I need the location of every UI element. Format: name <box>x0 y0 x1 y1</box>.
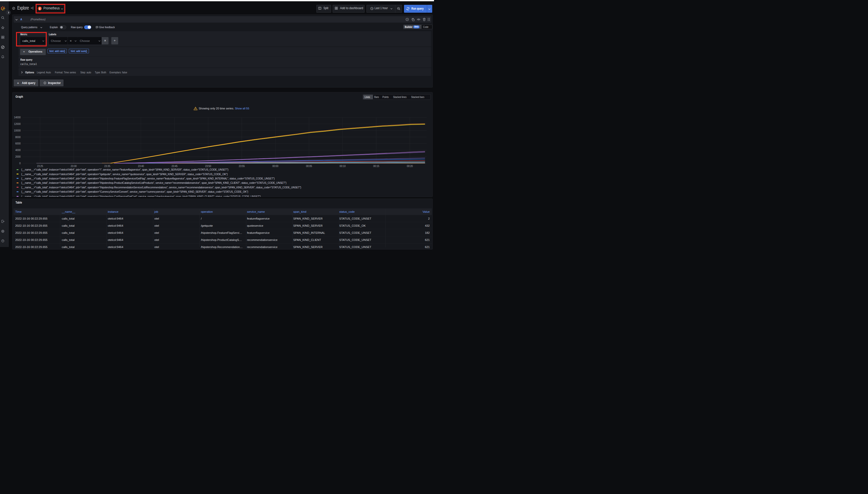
svg-text:?: ? <box>2 240 3 242</box>
svg-text:?: ? <box>406 19 408 20</box>
